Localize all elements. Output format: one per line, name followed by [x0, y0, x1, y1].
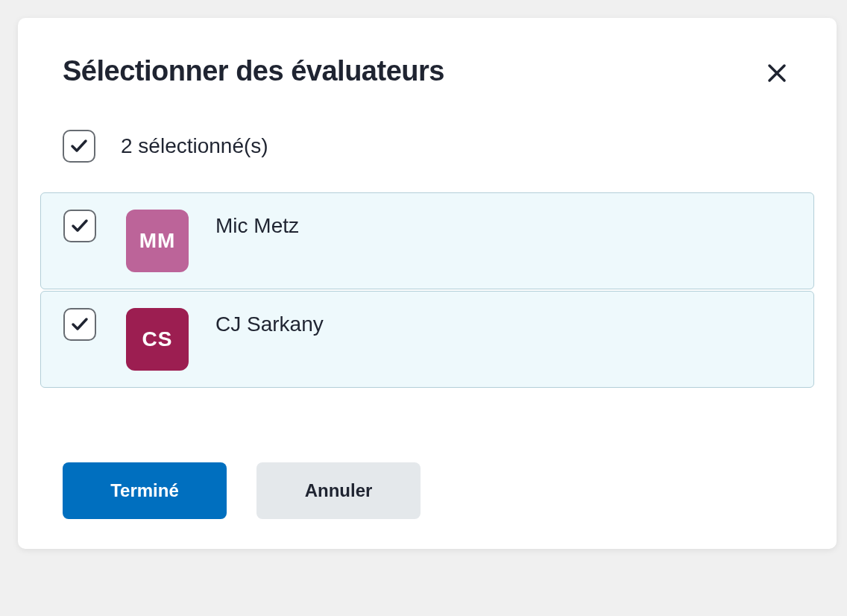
select-evaluators-modal: Sélectionner des évaluateurs 2 sélection… — [18, 18, 837, 549]
cancel-button[interactable]: Annuler — [256, 462, 421, 519]
modal-footer: Terminé Annuler — [40, 462, 814, 519]
evaluator-checkbox[interactable] — [63, 308, 96, 341]
avatar-initials: MM — [139, 229, 176, 253]
evaluator-row[interactable]: MM Mic Metz — [40, 192, 814, 289]
evaluator-checkbox[interactable] — [63, 210, 96, 242]
checkmark-icon — [69, 314, 90, 335]
select-all-checkbox[interactable] — [63, 130, 95, 163]
close-icon — [767, 63, 787, 83]
evaluator-name: CJ Sarkany — [215, 312, 324, 336]
selected-summary-row: 2 sélectionné(s) — [40, 130, 814, 163]
done-button[interactable]: Terminé — [63, 462, 227, 519]
evaluator-row[interactable]: CS CJ Sarkany — [40, 291, 814, 388]
avatar-initials: CS — [142, 327, 173, 351]
modal-title: Sélectionner des évaluateurs — [63, 55, 444, 87]
avatar: MM — [126, 210, 189, 272]
selected-count-label: 2 sélectionné(s) — [121, 134, 268, 158]
avatar: CS — [126, 308, 189, 371]
evaluator-name: Mic Metz — [215, 214, 299, 238]
evaluator-list: MM Mic Metz CS CJ Sarkany — [40, 192, 814, 388]
checkmark-icon — [69, 216, 90, 236]
checkmark-icon — [69, 136, 89, 157]
modal-header: Sélectionner des évaluateurs — [40, 55, 814, 88]
close-button[interactable] — [762, 58, 792, 88]
